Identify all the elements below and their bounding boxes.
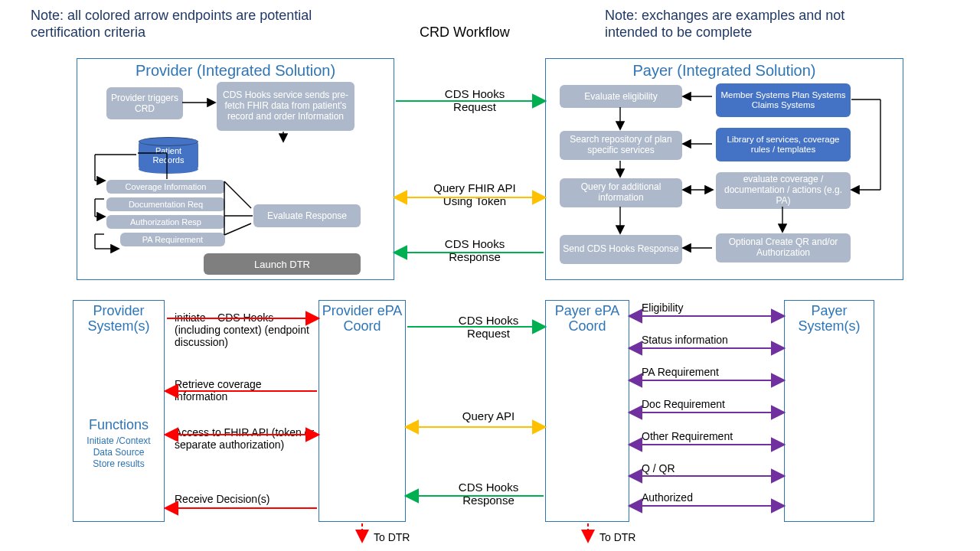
node-send-cds-response: Send CDS Hooks Response [560, 235, 682, 264]
node-eval-response: Evaluate Response [253, 204, 361, 227]
node-pa-req: PA Requirement [120, 233, 225, 246]
label-access: Access to FHIR API (token or separate au… [175, 426, 316, 451]
node-cds-hooks-service: CDS Hooks service sends pre-fetch FHIR d… [217, 82, 354, 131]
label-pa-requirement: PA Requirement [642, 366, 719, 378]
label-eligibility: Eligibility [642, 302, 683, 314]
payer-systems-heading: Payer System(s) [785, 304, 874, 334]
label-cds-response-top: CDS Hooks Response [425, 237, 524, 264]
provider-systems-box: Provider System(s) Functions Initiate /C… [73, 300, 165, 522]
payer-systems-box: Payer System(s) [784, 300, 874, 522]
label-cds-request-bottom: CDS Hooks Request [439, 314, 538, 341]
label-initiate: initiate – CDS Hooks (including context)… [175, 311, 316, 348]
node-optional-qr: Optional Create QR and/or Authorization [716, 233, 851, 262]
functions-title: Functions [74, 417, 164, 433]
note-left: Note: all colored arrow endpoints are po… [31, 8, 314, 41]
payer-epa-box: Payer ePA Coord [545, 300, 629, 522]
label-receive: Receive Decision(s) [175, 493, 316, 505]
provider-heading: Provider (Integrated Solution) [77, 62, 394, 80]
functions-items: Initiate /Context Data Source Store resu… [74, 435, 164, 470]
label-doc-requirement: Doc Requirement [642, 398, 725, 410]
label-query-fhir-top: Query FHIR API Using Token [417, 181, 532, 208]
node-auth-resp: Authorization Resp [106, 215, 225, 229]
node-eval-coverage: evaluate coverage / documentation / acti… [716, 172, 851, 209]
node-doc-req: Documentation Req [106, 197, 225, 211]
payer-heading: Payer (Integrated Solution) [546, 62, 903, 80]
label-authorized: Authorized [642, 491, 693, 504]
diagram-title: CRD Workflow [420, 24, 510, 41]
label-to-dtr-left: To DTR [374, 531, 410, 543]
label-to-dtr-right: To DTR [599, 531, 635, 543]
payer-epa-heading: Payer ePA Coord [546, 304, 629, 334]
node-member-systems: Member Systems Plan Systems Claims Syste… [716, 83, 851, 117]
note-right: Note: exchanges are examples and not int… [605, 8, 896, 41]
patient-records-label: Patient Records [139, 146, 198, 165]
patient-records-db: Patient Records [139, 142, 198, 169]
node-launch-dtr: Launch DTR [204, 253, 361, 275]
node-provider-triggers: Provider triggers CRD [106, 87, 183, 119]
node-library-services: Library of services, coverage rules / te… [716, 128, 851, 161]
node-eval-eligibility: Evaluate eligibility [560, 85, 682, 108]
node-query-additional: Query for additional information [560, 178, 682, 207]
label-cds-response-bottom: CDS Hooks Response [439, 481, 538, 507]
label-retrieve: Retrieve coverage information [175, 378, 316, 403]
payer-integrated-box: Payer (Integrated Solution) Evaluate eli… [545, 58, 903, 280]
provider-integrated-box: Provider (Integrated Solution) Provider … [77, 58, 394, 280]
node-coverage-info: Coverage Information [106, 180, 225, 194]
label-cds-request-top: CDS Hooks Request [425, 87, 524, 114]
label-qqr: Q / QR [642, 462, 675, 474]
label-status-info: Status information [642, 334, 728, 346]
node-search-repo: Search repository of plan specific servi… [560, 131, 682, 160]
provider-epa-box: Provider ePA Coord [318, 300, 406, 522]
provider-systems-heading: Provider System(s) [74, 304, 164, 334]
provider-epa-heading: Provider ePA Coord [319, 304, 405, 334]
label-query-api-bottom: Query API [439, 409, 538, 422]
label-other-requirement: Other Requirement [642, 430, 733, 442]
